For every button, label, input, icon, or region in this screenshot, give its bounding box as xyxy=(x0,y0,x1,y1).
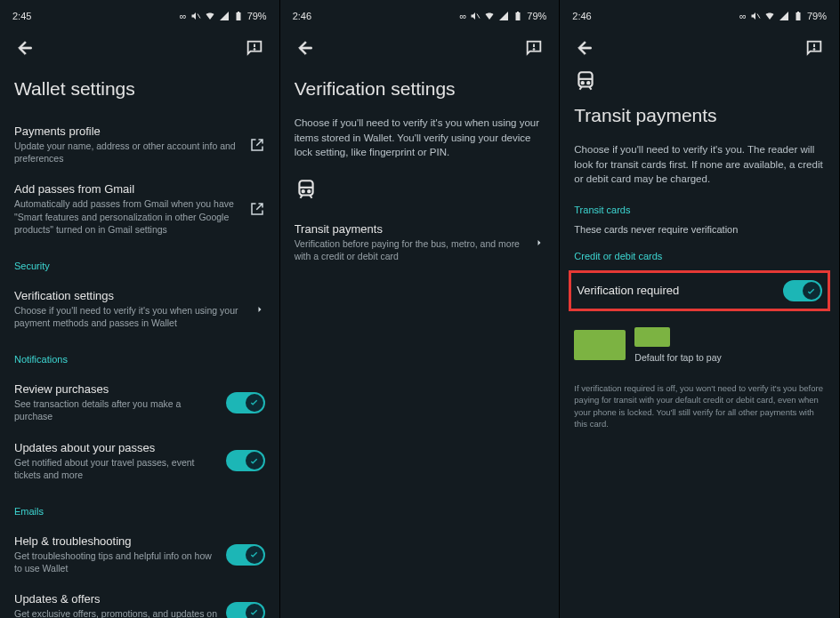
signal-icon xyxy=(219,11,230,21)
open-external-icon xyxy=(249,201,265,217)
open-external-icon xyxy=(249,137,265,153)
row-sub: Verification before paying for the bus, … xyxy=(295,237,528,262)
default-card-label: Default for tap to pay xyxy=(634,352,721,363)
pane-transit-payments: 2:46 ∞ 79% Transit payments Choose if yo… xyxy=(560,0,840,618)
feedback-button[interactable] xyxy=(804,37,825,59)
row-sub: Choose if you'll need to verify it's you… xyxy=(14,304,247,329)
row-sub: Automatically add passes from Gmail when… xyxy=(14,197,242,236)
row-title: Transit payments xyxy=(295,222,528,236)
highlighted-verification-required: Verification required xyxy=(569,270,830,311)
svg-point-2 xyxy=(254,48,255,50)
card-thumbnail-large[interactable] xyxy=(574,330,626,360)
topbar xyxy=(280,27,560,69)
topbar xyxy=(0,27,279,69)
row-transit-payments[interactable]: Transit payments Verification before pay… xyxy=(295,213,545,271)
row-title: Payments profile xyxy=(14,124,242,138)
feedback-button[interactable] xyxy=(523,37,545,59)
row-review-purchases[interactable]: Review purchases See transaction details… xyxy=(14,373,265,431)
row-title: Help & troubleshooting xyxy=(14,534,219,548)
toggle-offers[interactable] xyxy=(226,602,265,618)
row-sub: Get notified about your travel passes, e… xyxy=(14,456,219,481)
wifi-icon xyxy=(764,11,775,21)
battery-icon xyxy=(513,11,523,21)
back-button[interactable] xyxy=(574,37,595,59)
section-transit-cards: Transit cards xyxy=(574,205,825,215)
row-updates-offers[interactable]: Updates & offers Get exclusive offers, p… xyxy=(14,583,265,618)
status-icons: ∞ 79% xyxy=(739,11,827,21)
section-credit-cards: Credit or debit cards xyxy=(574,251,825,261)
section-security: Security xyxy=(14,261,265,271)
row-title: Verification settings xyxy=(14,289,247,302)
transit-icon xyxy=(574,69,825,96)
row-payments-profile[interactable]: Payments profile Update your name, addre… xyxy=(14,116,265,173)
toggle-help[interactable] xyxy=(226,544,265,566)
status-time: 2:45 xyxy=(12,11,31,21)
mute-icon xyxy=(470,11,481,21)
row-sub: Get exclusive offers, promotions, and up… xyxy=(14,607,219,618)
footnote: If verification required is off, you won… xyxy=(574,382,825,429)
svg-line-10 xyxy=(757,14,760,19)
pane-wallet-settings: 2:45 ∞ 79% Wallet settings Payments prof… xyxy=(0,0,280,618)
wifi-icon xyxy=(484,11,495,21)
topbar xyxy=(560,27,839,69)
transit-icon xyxy=(295,178,545,205)
chevron-right-icon xyxy=(254,304,265,315)
section-notifications: Notifications xyxy=(14,354,265,365)
row-sub: Get troubleshooting tips and helpful inf… xyxy=(14,550,219,574)
row-sub: See transaction details after you make a… xyxy=(14,397,219,422)
arrow-left-icon xyxy=(295,38,315,58)
back-button[interactable] xyxy=(14,37,36,59)
svg-point-15 xyxy=(582,82,584,84)
status-icons: ∞ 79% xyxy=(180,11,267,21)
battery-icon xyxy=(233,11,244,21)
row-title: Review purchases xyxy=(14,382,219,396)
svg-point-16 xyxy=(587,82,589,84)
status-time: 2:46 xyxy=(293,11,311,21)
row-title: Verification required xyxy=(577,284,679,297)
section-emails: Emails xyxy=(14,506,265,517)
feedback-icon xyxy=(804,38,824,58)
card-thumbnail-small[interactable] xyxy=(634,327,670,347)
check-icon xyxy=(806,286,816,296)
toggle-review-purchases[interactable] xyxy=(226,392,265,413)
feedback-button[interactable] xyxy=(244,37,265,59)
battery-pct: 79% xyxy=(247,11,267,21)
row-sub: Update your name, address or other accou… xyxy=(14,140,242,165)
svg-line-0 xyxy=(198,14,200,19)
page-description: Choose if you'll need to verify it's you… xyxy=(295,116,545,160)
status-bar: 2:46 ∞ 79% xyxy=(560,5,839,27)
check-icon xyxy=(249,550,259,559)
row-verification-settings[interactable]: Verification settings Choose if you'll n… xyxy=(14,280,265,338)
chevron-right-icon xyxy=(534,237,545,248)
page-title: Transit payments xyxy=(574,105,825,126)
page-title: Wallet settings xyxy=(14,78,265,100)
page-description: Choose if you'll need to verify it's you… xyxy=(574,142,825,187)
mute-icon xyxy=(750,11,761,21)
status-bar: 2:45 ∞ 79% xyxy=(0,5,279,27)
status-time: 2:46 xyxy=(572,11,591,21)
battery-icon xyxy=(793,11,804,21)
mute-icon xyxy=(190,11,201,21)
wifi-icon xyxy=(205,11,215,21)
svg-point-12 xyxy=(813,48,815,50)
default-card-row: Default for tap to pay xyxy=(574,327,825,363)
signal-icon xyxy=(779,11,789,21)
status-bar: 2:46 ∞ 79% xyxy=(280,5,560,27)
back-button[interactable] xyxy=(295,37,316,59)
row-title: Updates about your passes xyxy=(14,441,219,454)
svg-point-8 xyxy=(302,190,303,192)
row-updates-passes[interactable]: Updates about your passes Get notified a… xyxy=(14,432,265,490)
row-title: Add passes from Gmail xyxy=(14,182,242,196)
check-icon xyxy=(249,397,259,407)
row-help-troubleshooting[interactable]: Help & troubleshooting Get troubleshooti… xyxy=(14,526,265,583)
svg-point-5 xyxy=(533,48,535,50)
transit-cards-note: These cards never require verification xyxy=(574,224,825,235)
feedback-icon xyxy=(245,38,264,58)
check-icon xyxy=(249,456,259,466)
pane-verification-settings: 2:46 ∞ 79% Verification settings Choose … xyxy=(280,0,561,618)
toggle-updates-passes[interactable] xyxy=(226,450,265,471)
row-add-passes-gmail[interactable]: Add passes from Gmail Automatically add … xyxy=(14,173,265,245)
toggle-verification-required[interactable] xyxy=(783,280,822,301)
svg-point-9 xyxy=(308,190,310,192)
battery-pct: 79% xyxy=(807,11,827,21)
